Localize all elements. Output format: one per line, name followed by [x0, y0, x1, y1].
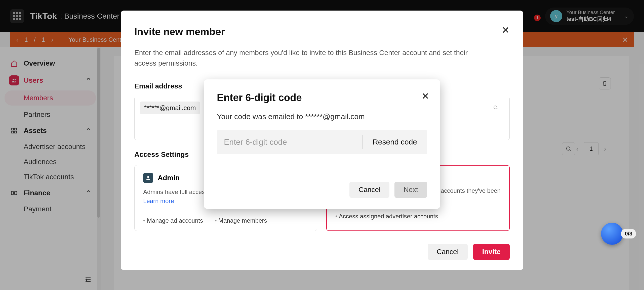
invite-button[interactable]: Invite [473, 244, 510, 260]
close-icon[interactable]: ✕ [502, 25, 510, 36]
help-fab[interactable]: 0/3 [601, 223, 636, 245]
admin-icon [143, 173, 153, 183]
close-icon[interactable]: ✕ [422, 91, 429, 102]
cancel-button[interactable]: Cancel [428, 244, 468, 260]
code-input[interactable] [217, 130, 362, 154]
learn-more-link[interactable]: Learn more [143, 198, 174, 204]
cancel-button[interactable]: Cancel [349, 182, 389, 198]
role-feature: Manage ad accounts [143, 217, 203, 224]
modal-title: Invite new member [134, 26, 510, 37]
email-placeholder-fragment: e. [493, 102, 504, 111]
next-button[interactable]: Next [394, 182, 427, 198]
email-chip[interactable]: ******@gmail.com [140, 102, 200, 114]
fab-counter: 0/3 [621, 229, 636, 238]
role-feature: Access assigned advertiser accounts [335, 213, 438, 220]
compass-icon [601, 223, 623, 245]
role-description-fragment: accounts they've been [441, 187, 501, 194]
code-desc-prefix: Your code was emailed to [217, 112, 305, 121]
modal-description: Enter the email addresses of any members… [134, 47, 492, 69]
dialog-title: Enter 6-digit code [217, 92, 427, 103]
role-title: Admin [158, 174, 180, 182]
svg-point-9 [147, 176, 149, 178]
role-description: Admins have full access [143, 188, 208, 195]
role-feature: Manage members [215, 217, 267, 224]
code-verification-dialog: Enter 6-digit code ✕ Your code was email… [204, 79, 440, 209]
dialog-description: Your code was emailed to ******@gmail.co… [217, 112, 427, 121]
resend-code-button[interactable]: Resend code [362, 135, 427, 149]
code-desc-email: ******@gmail.com [305, 112, 365, 121]
